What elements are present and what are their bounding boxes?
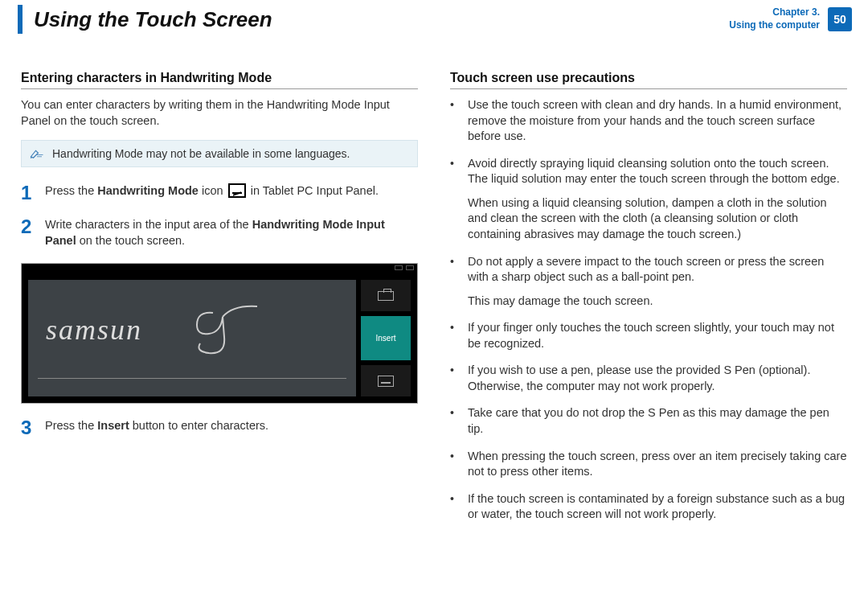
precautions-list: Use the touch screen with clean and dry … bbox=[450, 97, 847, 523]
precaution-text: If your finger only touches the touch sc… bbox=[468, 320, 847, 351]
list-item: If you wish to use a pen, please use the… bbox=[450, 363, 847, 394]
list-item: Use the touch screen with clean and dry … bbox=[450, 97, 847, 145]
handwriting-sample-text: samsun bbox=[46, 313, 142, 347]
left-intro: You can enter characters by writing them… bbox=[21, 97, 418, 129]
precaution-text: If the touch screen is contaminated by a… bbox=[468, 491, 847, 523]
right-column: Touch screen use precautions Use the tou… bbox=[450, 71, 847, 534]
handwriting-panel: samsun Insert bbox=[21, 263, 418, 404]
note-text: Handwriting Mode may not be available in… bbox=[52, 147, 350, 160]
step-1: 1 Press the Handwriting Mode icon in Tab… bbox=[21, 183, 418, 203]
step-2-pre: Write characters in the input area of th… bbox=[45, 218, 252, 231]
step-1-post: in Tablet PC Input Panel. bbox=[248, 184, 379, 197]
left-column: Entering characters in Handwriting Mode … bbox=[21, 71, 418, 534]
handwriting-mode-icon bbox=[228, 183, 246, 198]
step-2-text: Write characters in the input area of th… bbox=[45, 217, 418, 248]
step-1-text: Press the Handwriting Mode icon in Table… bbox=[45, 183, 418, 203]
precaution-subtext: This may damage the touch screen. bbox=[468, 294, 847, 310]
list-item: Take care that you do not drop the S Pen… bbox=[450, 405, 847, 437]
precaution-subtext: When using a liquid cleansing solution, … bbox=[468, 195, 847, 243]
handwriting-baseline bbox=[38, 378, 346, 379]
hw-side-buttons: Insert bbox=[361, 280, 411, 396]
page-number-badge: 50 bbox=[828, 7, 852, 31]
keyboard-mode-button[interactable] bbox=[361, 280, 411, 311]
left-heading: Entering characters in Handwriting Mode bbox=[21, 71, 418, 89]
close-icon[interactable] bbox=[406, 265, 414, 270]
header-accent bbox=[18, 5, 23, 34]
page-header: Using the Touch Screen Chapter 3. Using … bbox=[0, 0, 868, 39]
chapter-line-2: Using the computer bbox=[729, 19, 820, 32]
handwriting-icon bbox=[378, 376, 394, 387]
step-3: 3 Press the Insert button to enter chara… bbox=[21, 418, 418, 437]
chapter-label: Chapter 3. Using the computer bbox=[729, 6, 820, 31]
step-1-bold: Handwriting Mode bbox=[97, 184, 199, 197]
step-2-post: on the touch screen. bbox=[76, 234, 185, 247]
step-2: 2 Write characters in the input area of … bbox=[21, 217, 418, 248]
list-item: If the touch screen is contaminated by a… bbox=[450, 491, 847, 523]
step-1-mid: icon bbox=[199, 184, 227, 197]
chapter-line-1: Chapter 3. bbox=[729, 6, 820, 19]
insert-button[interactable]: Insert bbox=[361, 316, 411, 360]
step-1-pre: Press the bbox=[45, 184, 97, 197]
page-title: Using the Touch Screen bbox=[34, 7, 729, 32]
list-item: When pressing the touch screen, press ov… bbox=[450, 449, 847, 480]
handwriting-letter-g bbox=[189, 297, 261, 361]
step-3-post: button to enter characters. bbox=[129, 419, 268, 432]
handwriting-canvas[interactable]: samsun bbox=[28, 280, 356, 396]
note-icon bbox=[30, 148, 44, 159]
note-box: Handwriting Mode may not be available in… bbox=[21, 140, 418, 167]
precaution-text: When pressing the touch screen, press ov… bbox=[468, 449, 847, 480]
keyboard-icon bbox=[378, 291, 394, 301]
content-columns: Entering characters in Handwriting Mode … bbox=[0, 39, 868, 534]
list-item: If your finger only touches the touch sc… bbox=[450, 320, 847, 351]
step-3-text: Press the Insert button to enter charact… bbox=[45, 418, 418, 437]
hw-panel-titlebar bbox=[22, 264, 417, 273]
minimize-icon[interactable] bbox=[395, 265, 403, 270]
handwriting-toggle-button[interactable] bbox=[361, 365, 411, 396]
step-3-pre: Press the bbox=[45, 419, 97, 432]
precaution-text: Take care that you do not drop the S Pen… bbox=[468, 405, 847, 437]
list-item: Avoid directly spraying liquid cleansing… bbox=[450, 156, 847, 243]
header-right: Chapter 3. Using the computer 50 bbox=[729, 6, 868, 31]
list-item: Do not apply a severe impact to the touc… bbox=[450, 254, 847, 310]
precaution-text: Use the touch screen with clean and dry … bbox=[468, 97, 847, 145]
precaution-text: Avoid directly spraying liquid cleansing… bbox=[468, 156, 847, 187]
right-heading: Touch screen use precautions bbox=[450, 71, 847, 89]
precaution-text: If you wish to use a pen, please use the… bbox=[468, 363, 847, 394]
precaution-text: Do not apply a severe impact to the touc… bbox=[468, 254, 847, 285]
hw-panel-body: samsun Insert bbox=[22, 273, 417, 403]
step-1-number: 1 bbox=[21, 183, 35, 203]
step-2-number: 2 bbox=[21, 217, 35, 248]
step-3-bold: Insert bbox=[97, 419, 129, 432]
step-3-number: 3 bbox=[21, 418, 35, 437]
